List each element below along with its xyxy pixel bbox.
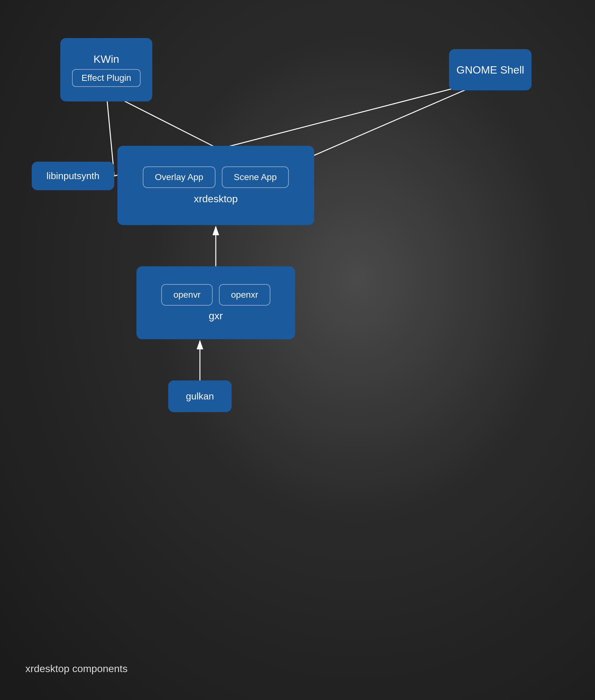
overlay-app-box: Overlay App xyxy=(143,166,216,188)
openxr-box: openxr xyxy=(219,284,271,306)
xrdesktop-node: Overlay App Scene App xrdesktop xyxy=(117,146,314,225)
kwin-title: KWin xyxy=(93,53,119,65)
arrows-svg xyxy=(0,0,595,700)
xrdesktop-title: xrdesktop xyxy=(194,193,238,205)
scene-app-box: Scene App xyxy=(222,166,289,188)
footer-label: xrdesktop components xyxy=(25,663,128,675)
xrdesktop-inner-row: Overlay App Scene App xyxy=(143,166,289,188)
gnome-title: GNOME Shell xyxy=(456,64,524,76)
gulkan-node: gulkan xyxy=(168,381,232,412)
libinput-title: libinputsynth xyxy=(47,171,100,181)
gxr-inner-row: openvr openxr xyxy=(161,284,270,306)
gxr-node: openvr openxr gxr xyxy=(137,266,295,339)
kwin-effect-plugin: Effect Plugin xyxy=(72,69,141,87)
gulkan-title: gulkan xyxy=(186,391,214,402)
libinput-node: libinputsynth xyxy=(32,162,114,190)
gnome-node: GNOME Shell xyxy=(449,49,532,90)
diagram-container: KWin Effect Plugin GNOME Shell libinputs… xyxy=(0,0,595,700)
gxr-title: gxr xyxy=(209,310,223,322)
openvr-box: openvr xyxy=(161,284,213,306)
svg-line-3 xyxy=(110,93,216,147)
kwin-node: KWin Effect Plugin xyxy=(60,38,152,101)
